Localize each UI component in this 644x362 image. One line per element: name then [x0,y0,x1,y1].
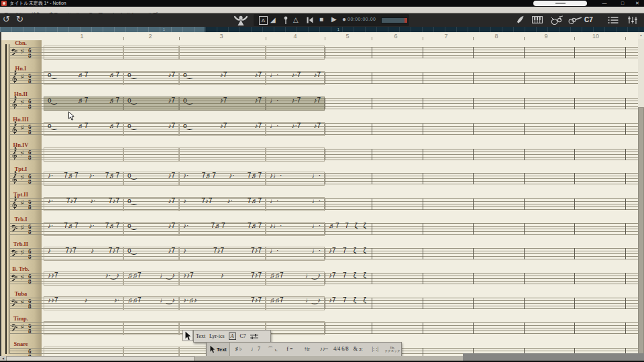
score-view[interactable]: 12345678910 Cbn.♯68Hn.I♯68o‿♬7♬7o‿♪7o‿♪7… [0,32,638,356]
chord-display[interactable]: C7 [584,16,593,23]
drum-pad-icon[interactable] [550,15,564,25]
pal-clefs-button[interactable]: & ɔ: [350,346,366,353]
window-title: タイトル未定義 1* - Notion [9,0,66,7]
barline [423,98,423,109]
barline [372,198,372,210]
marker-icon[interactable] [283,16,288,24]
scroll-up-button[interactable]: ▲ [638,32,644,39]
barline [325,273,325,284]
instrument-label-BTrb: B. Trb. [0,265,42,272]
rewind-button[interactable] [307,17,313,23]
measure-notes: ♪♪7♪7♪7 [180,269,264,284]
fader-settings-icon[interactable] [250,333,259,340]
pal-tremolo-grace-button[interactable]: ♪♪~ [315,346,332,353]
measure-notes: ♪♩·♩· [267,220,323,235]
barline [524,98,525,109]
measure-cell[interactable] [266,321,325,335]
timeline-marker: 1 [163,27,165,32]
vertical-scrollbar[interactable] [638,39,644,356]
pal-accidentals-button[interactable]: ♯ ♭ [230,346,247,353]
barline [423,322,423,334]
measure-cell[interactable] [123,46,179,60]
close-button[interactable]: ✕ [631,0,643,7]
timeline-ruler[interactable]: 1 1 [0,27,644,32]
barline [625,123,626,135]
measure-cell[interactable] [179,147,266,162]
record-button[interactable]: ● [342,15,346,23]
measure-number: 9 [544,33,547,40]
barline [473,322,474,334]
undo-button[interactable]: ↺ [3,14,10,24]
redo-button[interactable]: ↻ [16,14,23,24]
pal-dynamics-button[interactable]: f = [281,346,298,353]
palette-items: ♯ ♭♩ 7⌒ ›.f =↑tr♪♪~4/4 6/8& ɔ:|: :| [230,346,384,353]
instrument-label-Tuba: Tuba [0,290,42,297]
barline [574,173,575,184]
mixer-icon[interactable] [627,16,639,24]
keyboard-icon[interactable] [532,16,543,23]
barline [423,72,423,84]
notion-window: タイトル未定義 1* - Notion — □ ✕ ファイル編集表示ツールスコア… [0,0,644,362]
parts-list-icon[interactable] [608,16,619,24]
mouse-cursor [68,111,74,121]
instrument-label-Cbn: Cbn. [0,40,42,46]
entry-type-palette[interactable]: Text Lyr-ics A C7 [193,330,271,343]
measure-cell[interactable] [123,321,179,335]
select-tool-button[interactable] [182,330,193,341]
ruler-tick [473,37,474,40]
measure-notes: ♪♪7♪·‿♪ [45,269,122,284]
chord-entry-button[interactable]: C7 [240,333,246,339]
barline [473,123,474,135]
tempo-slider[interactable] [381,17,408,23]
measure-cell[interactable] [44,321,123,335]
score-pen-icon[interactable] [515,15,525,25]
guitar-fretboard-icon[interactable] [568,16,582,24]
measure-cell[interactable] [123,147,179,162]
metronome-icon[interactable]: △ [293,16,299,23]
measure-cell[interactable] [44,347,123,356]
measure-cell[interactable] [266,46,325,60]
barline [423,273,423,284]
minimize-button[interactable]: — [598,0,610,7]
pal-time-signatures-button[interactable]: 4/4 6/8 [333,346,350,353]
pal-articulations-button[interactable]: ⌒ ›. [264,346,281,353]
boxed-text-button[interactable]: A [229,333,236,340]
play-button[interactable]: ▶ [331,15,337,23]
barline [372,273,372,284]
vertical-scrollbar-thumb[interactable] [638,107,644,356]
lyrics-entry-button[interactable]: Lyr-ics [209,333,225,339]
barline [574,198,575,210]
note-entry-a-button[interactable]: A [259,16,268,25]
measure-notes: o‿♪7 [125,69,178,84]
music-symbols-palette[interactable]: Text ♯ ♭♩ 7⌒ ›.f =↑tr♪♪~4/4 6/8& ɔ:|: :|… [206,342,402,357]
measure-cell[interactable] [44,46,123,60]
barline [574,273,575,284]
measure-notes: ♫♫7♩‿♪ [267,294,323,309]
measure-notes: o‿♪7 [125,195,178,210]
pal-barlines-repeats-button[interactable]: |: :| [367,346,384,353]
ntempo-icon[interactable] [232,15,250,26]
velocity-ramp-icon[interactable]: ◢ [270,16,276,23]
measure-cell[interactable] [123,347,179,356]
text-entry-button[interactable]: Text [196,333,205,339]
measure-cell[interactable] [266,147,325,162]
measure-number: 8 [494,33,498,40]
ruler-tick [574,37,575,40]
barline [325,173,325,184]
barline [372,72,372,84]
barline [325,223,325,235]
measure-cell[interactable] [44,147,123,162]
pal-ornaments-button[interactable]: ↑tr [299,346,315,353]
measure-number: 1 [80,33,83,40]
barline [625,223,626,235]
barline [325,298,325,309]
pal-notes-rests-button[interactable]: ♩ 7 [247,346,264,353]
measure-cell[interactable] [179,46,266,60]
barline [574,298,575,309]
barline [524,223,525,235]
measure-notes: ♪77ζζ [326,294,369,309]
stop-button[interactable]: ■ [319,15,323,23]
barline [625,298,626,309]
pal-instrument-technique-button[interactable]: Hn. テクニック [384,346,401,353]
maximize-button[interactable]: □ [616,0,629,7]
